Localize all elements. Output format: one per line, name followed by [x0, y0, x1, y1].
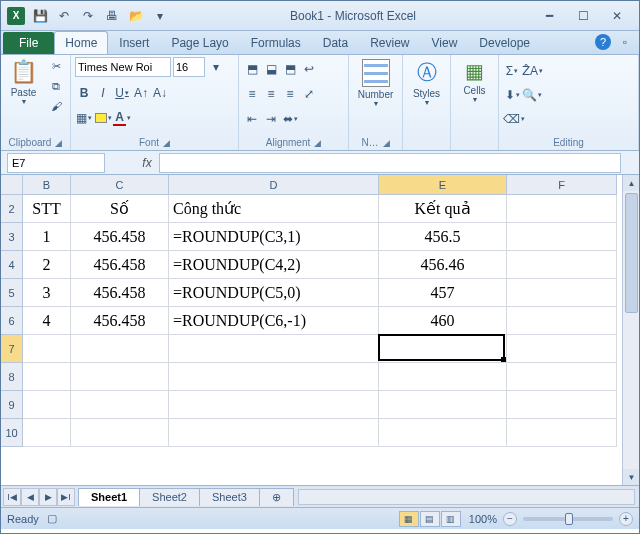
cell-E2[interactable]: Kết quả [379, 195, 507, 223]
last-sheet-icon[interactable]: ▶I [57, 488, 75, 506]
cell-E6[interactable]: 460 [379, 307, 507, 335]
align-bottom-icon[interactable]: ⬒ [281, 60, 299, 78]
cell-E5[interactable]: 457 [379, 279, 507, 307]
cells-button[interactable]: ▦ Cells ▼ [455, 57, 494, 105]
vertical-scrollbar[interactable]: ▲ ▼ [622, 175, 639, 485]
cell-D5[interactable]: =ROUNDUP(C5,0) [169, 279, 379, 307]
cell-F6[interactable] [507, 307, 617, 335]
scroll-down-icon[interactable]: ▼ [623, 469, 639, 485]
format-painter-icon[interactable]: 🖌 [46, 97, 66, 115]
clipboard-launcher-icon[interactable]: ◢ [55, 138, 62, 148]
font-name-select[interactable] [75, 57, 171, 77]
grow-font-button[interactable]: A↑ [132, 84, 150, 102]
cell-C10[interactable] [71, 419, 169, 447]
cells-area[interactable]: STTSốCông thứcKết quả1456.458=ROUNDUP(C3… [23, 195, 617, 447]
col-header-E[interactable]: E [379, 175, 507, 195]
new-sheet-button[interactable]: ⊕ [259, 488, 294, 506]
cell-F10[interactable] [507, 419, 617, 447]
zoom-thumb[interactable] [565, 513, 573, 525]
number-launcher-icon[interactable]: ◢ [383, 138, 390, 148]
clear-icon[interactable]: ⌫▾ [503, 110, 525, 128]
tab-home[interactable]: Home [54, 31, 108, 54]
copy-icon[interactable]: ⧉ [46, 77, 66, 95]
formula-input[interactable] [159, 153, 621, 173]
row-header-5[interactable]: 5 [1, 279, 23, 307]
cell-F8[interactable] [507, 363, 617, 391]
normal-view-icon[interactable]: ▦ [399, 511, 419, 527]
row-header-6[interactable]: 6 [1, 307, 23, 335]
decrease-indent-icon[interactable]: ⇤ [243, 110, 261, 128]
find-select-icon[interactable]: 🔍▾ [522, 86, 542, 104]
fill-color-button[interactable]: ▾ [94, 109, 112, 127]
cell-B3[interactable]: 1 [23, 223, 71, 251]
tab-review[interactable]: Review [359, 31, 420, 54]
styles-button[interactable]: Ⓐ Styles ▼ [407, 57, 446, 108]
redo-icon[interactable]: ↷ [77, 5, 99, 27]
zoom-in-button[interactable]: + [619, 512, 633, 526]
col-header-C[interactable]: C [71, 175, 169, 195]
cell-F3[interactable] [507, 223, 617, 251]
borders-button[interactable]: ▦▾ [75, 109, 93, 127]
tab-view[interactable]: View [421, 31, 469, 54]
zoom-level[interactable]: 100% [469, 513, 497, 525]
cut-icon[interactable]: ✂ [46, 57, 66, 75]
cell-B5[interactable]: 3 [23, 279, 71, 307]
cell-F9[interactable] [507, 391, 617, 419]
close-button[interactable]: ✕ [603, 6, 631, 26]
paste-button[interactable]: 📋 Paste ▼ [5, 57, 42, 107]
font-color-button[interactable]: A▾ [113, 109, 131, 127]
page-break-view-icon[interactable]: ▥ [441, 511, 461, 527]
cell-C9[interactable] [71, 391, 169, 419]
maximize-button[interactable]: ☐ [569, 6, 597, 26]
increase-indent-icon[interactable]: ⇥ [262, 110, 280, 128]
worksheet-grid[interactable]: BCDEF 2345678910 STTSốCông thứcKết quả14… [1, 175, 639, 485]
tab-formulas[interactable]: Formulas [240, 31, 312, 54]
print-icon[interactable]: 🖶 [101, 5, 123, 27]
cell-B6[interactable]: 4 [23, 307, 71, 335]
macro-record-icon[interactable]: ▢ [47, 512, 57, 525]
row-header-9[interactable]: 9 [1, 391, 23, 419]
cell-D8[interactable] [169, 363, 379, 391]
row-header-3[interactable]: 3 [1, 223, 23, 251]
qat-dropdown-icon[interactable]: ▾ [207, 58, 225, 76]
cell-C2[interactable]: Số [71, 195, 169, 223]
align-right-icon[interactable]: ≡ [281, 85, 299, 103]
cell-C3[interactable]: 456.458 [71, 223, 169, 251]
cell-D10[interactable] [169, 419, 379, 447]
tab-data[interactable]: Data [312, 31, 359, 54]
undo-icon[interactable]: ↶ [53, 5, 75, 27]
row-header-7[interactable]: 7 [1, 335, 23, 363]
tab-page-layo[interactable]: Page Layo [160, 31, 239, 54]
zoom-slider[interactable] [523, 517, 613, 521]
number-format-button[interactable]: Number ▼ [356, 57, 396, 109]
name-box[interactable]: E7 [7, 153, 105, 173]
sheet-tab-sheet2[interactable]: Sheet2 [139, 488, 200, 506]
cell-D3[interactable]: =ROUNDUP(C3,1) [169, 223, 379, 251]
col-header-F[interactable]: F [507, 175, 617, 195]
cell-D7[interactable] [169, 335, 379, 363]
zoom-out-button[interactable]: − [503, 512, 517, 526]
file-tab[interactable]: File [3, 32, 54, 54]
cell-E10[interactable] [379, 419, 507, 447]
cell-B7[interactable] [23, 335, 71, 363]
cell-D2[interactable]: Công thức [169, 195, 379, 223]
scroll-thumb[interactable] [625, 193, 638, 313]
minimize-ribbon-icon[interactable]: ㅤ [573, 34, 589, 50]
italic-button[interactable]: I [94, 84, 112, 102]
tab-insert[interactable]: Insert [108, 31, 160, 54]
help-icon[interactable]: ? [595, 34, 611, 50]
cell-D4[interactable]: =ROUNDUP(C4,2) [169, 251, 379, 279]
qat-dropdown-icon[interactable]: ▾ [149, 5, 171, 27]
minimize-button[interactable]: ━ [535, 6, 563, 26]
prev-sheet-icon[interactable]: ◀ [21, 488, 39, 506]
fx-icon[interactable]: fx [135, 156, 159, 170]
excel-logo[interactable]: X [5, 5, 27, 27]
shrink-font-button[interactable]: A↓ [151, 84, 169, 102]
page-layout-view-icon[interactable]: ▤ [420, 511, 440, 527]
orientation-icon[interactable]: ⤢ [300, 85, 318, 103]
cell-F5[interactable] [507, 279, 617, 307]
alignment-launcher-icon[interactable]: ◢ [314, 138, 321, 148]
next-sheet-icon[interactable]: ▶ [39, 488, 57, 506]
align-top-icon[interactable]: ⬒ [243, 60, 261, 78]
cell-B9[interactable] [23, 391, 71, 419]
